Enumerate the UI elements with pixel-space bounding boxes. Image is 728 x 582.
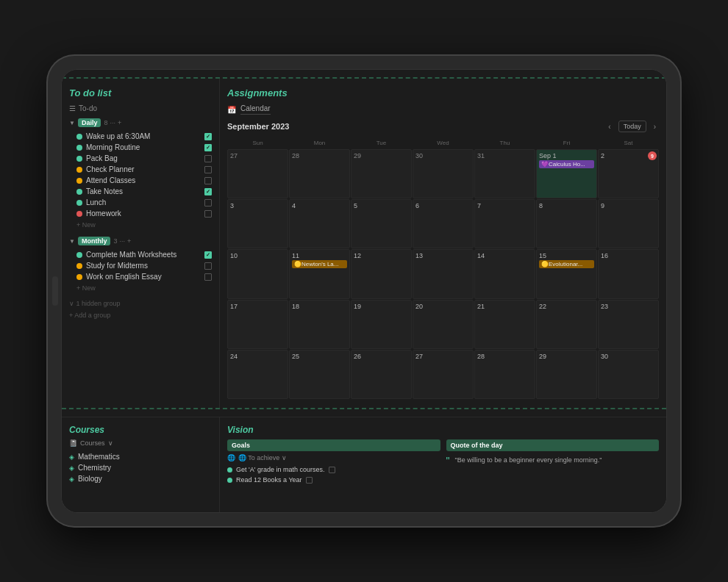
checkbox-pack[interactable] <box>204 155 212 162</box>
next-month-btn[interactable]: › <box>651 121 659 132</box>
todo-item-pack: Pack Bag <box>69 153 212 164</box>
checkbox-morning[interactable] <box>204 144 212 151</box>
cal-cell-30aug[interactable]: 30 <box>413 149 474 198</box>
goals-checkbox-2[interactable] <box>306 477 313 484</box>
todo-text-morning: Morning Routine <box>86 143 201 151</box>
cal-cell-22[interactable]: 22 <box>536 300 597 349</box>
monthly-plus[interactable]: + <box>127 237 131 245</box>
quote-section: Quote of the day "Be willing to be a beg… <box>446 439 660 503</box>
cal-cell-27aug[interactable]: 27 <box>227 149 288 198</box>
cal-cell-28aug[interactable]: 28 <box>289 149 350 198</box>
courses-dropdown-icon: ∨ <box>108 439 113 447</box>
checkbox-attend[interactable] <box>204 177 212 184</box>
cal-cell-16[interactable]: 16 <box>598 249 659 298</box>
goals-dot-1 <box>227 467 232 473</box>
cal-cell-6[interactable]: 6 <box>413 199 474 248</box>
cal-cell-sep1[interactable]: Sep 1 💜Calculus Ho... <box>536 149 597 198</box>
course-item-chem[interactable]: ◈ Chemistry <box>69 462 212 473</box>
cal-cell-8[interactable]: 8 <box>536 199 597 248</box>
wave-border-middle <box>62 408 666 417</box>
cal-cell-29aug[interactable]: 29 <box>351 149 412 198</box>
cal-cell-12[interactable]: 12 <box>351 249 412 298</box>
calendar-icon: 📅 <box>227 106 236 114</box>
cal-cell-5[interactable]: 5 <box>351 199 412 248</box>
todo-toolbar-label: To-do <box>79 104 97 112</box>
badge-sep2: 9 <box>648 151 657 160</box>
daily-count: 8 <box>104 119 107 126</box>
daily-plus[interactable]: + <box>118 119 121 126</box>
cal-cell-18[interactable]: 18 <box>289 300 350 349</box>
cal-cell-25[interactable]: 25 <box>289 350 350 399</box>
cal-cell-3[interactable]: 3 <box>227 199 288 248</box>
calendar-toolbar: 📅 Calendar <box>227 104 659 115</box>
course-item-math[interactable]: ◈ Mathematics <box>69 451 212 462</box>
checkbox-midterms[interactable] <box>204 262 212 270</box>
cal-cell-31aug[interactable]: 31 <box>474 149 535 198</box>
today-number: Sep 1 <box>539 152 557 159</box>
prev-month-btn[interactable]: ‹ <box>605 121 613 132</box>
cal-cell-24[interactable]: 24 <box>227 350 288 399</box>
todo-item-math: Complete Math Worksheets <box>69 249 212 260</box>
checkbox-math[interactable] <box>204 251 212 259</box>
checkbox-notes[interactable] <box>204 188 212 195</box>
course-icon-bio: ◈ <box>69 475 74 483</box>
courses-toolbar[interactable]: 📓 Courses ∨ <box>69 439 212 447</box>
cal-cell-17[interactable]: 17 <box>227 300 288 349</box>
cal-cell-10[interactable]: 10 <box>227 249 288 298</box>
todo-item-wake: Wake up at 6:30AM <box>69 131 212 142</box>
checkbox-planner[interactable] <box>204 166 212 173</box>
dot-lunch <box>76 200 82 206</box>
event-calculus[interactable]: 💜Calculus Ho... <box>539 160 594 168</box>
cal-week-1: 27 28 29 30 31 Sep 1 💜Calculus Ho... 2 <box>227 149 659 198</box>
courses-list: ◈ Mathematics ◈ Chemistry ◈ Biology <box>69 451 212 484</box>
header-tue: Tue <box>351 138 412 148</box>
todo-toolbar: ☰ To-do <box>69 104 212 112</box>
todo-text-pack: Pack Bag <box>86 154 201 162</box>
cal-cell-28[interactable]: 28 <box>474 350 535 399</box>
header-thu: Thu <box>474 138 535 148</box>
cal-cell-7[interactable]: 7 <box>474 199 535 248</box>
cal-cell-19[interactable]: 19 <box>351 300 412 349</box>
goals-toolbar[interactable]: 🌐 🌐 To achieve ∨ <box>227 454 440 461</box>
cal-cell-sep2[interactable]: 2 9 <box>598 149 659 198</box>
course-item-bio[interactable]: ◈ Biology <box>69 473 212 484</box>
checkbox-lunch[interactable] <box>204 199 212 206</box>
cal-cell-30[interactable]: 30 <box>598 350 659 399</box>
cal-cell-23[interactable]: 23 <box>598 300 659 349</box>
cal-cell-20[interactable]: 20 <box>413 300 474 349</box>
monthly-add-new[interactable]: + New <box>69 282 212 294</box>
today-btn[interactable]: Today <box>618 121 646 132</box>
cal-week-5: 24 25 26 27 28 29 30 <box>227 350 659 399</box>
goals-checkbox-1[interactable] <box>329 467 335 473</box>
todo-text-midterms: Study for Midterms <box>86 262 201 270</box>
cal-cell-4[interactable]: 4 <box>289 199 350 248</box>
checkbox-wake[interactable] <box>204 133 212 140</box>
todo-text-english: Work on English Essay <box>86 273 201 281</box>
assignments-panel: Assignments 📅 Calendar September 2023 ‹ … <box>220 79 666 408</box>
calendar-month-title: September 2023 <box>227 122 289 131</box>
header-wed: Wed <box>413 138 474 148</box>
cal-cell-11[interactable]: 11 🟡Newton's La... <box>289 249 350 298</box>
dot-pack <box>76 156 82 162</box>
cal-cell-27[interactable]: 27 <box>413 350 474 399</box>
add-group[interactable]: + Add a group <box>69 309 212 321</box>
cal-cell-13[interactable]: 13 <box>413 249 474 298</box>
top-section: To do list ☰ To-do ▼ Daily 8 ··· + <box>62 79 666 408</box>
courses-panel: Courses 📓 Courses ∨ ◈ Mathematics ◈ Chem… <box>62 417 220 512</box>
cal-cell-15[interactable]: 15 🟡Evolutionar... <box>536 249 597 298</box>
daily-add-new[interactable]: + New <box>69 219 212 231</box>
event-evolution[interactable]: 🟡Evolutionar... <box>539 260 594 268</box>
dot-math <box>76 252 82 258</box>
cal-cell-29[interactable]: 29 <box>536 350 597 399</box>
cal-cell-14[interactable]: 14 <box>474 249 535 298</box>
event-newton[interactable]: 🟡Newton's La... <box>292 260 347 268</box>
checkbox-english[interactable] <box>204 273 212 281</box>
cal-cell-26[interactable]: 26 <box>351 350 412 399</box>
hidden-group[interactable]: ∨ 1 hidden group <box>69 298 212 309</box>
quote-header: Quote of the day <box>446 439 660 451</box>
todo-text-lunch: Lunch <box>86 198 201 206</box>
checkbox-homework[interactable] <box>204 210 212 218</box>
cal-cell-9[interactable]: 9 <box>598 199 659 248</box>
cal-cell-21[interactable]: 21 <box>474 300 535 349</box>
vision-title: Vision <box>227 425 659 435</box>
